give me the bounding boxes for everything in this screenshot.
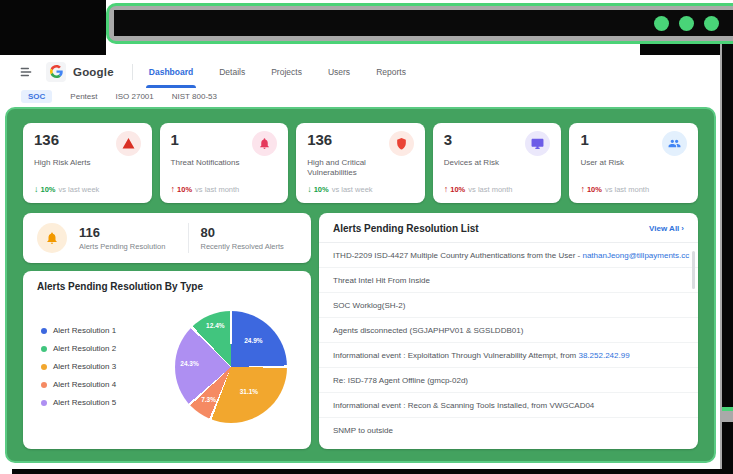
stat-trend: ↑ 10% vs last month — [580, 184, 687, 194]
alert-item-text: Informational event : Recon & Scanning T… — [333, 401, 594, 410]
legend-dot — [41, 400, 47, 406]
arrow-up-icon: ↑ — [171, 184, 176, 194]
pie-chart: 24.9%31.1%7.3%24.3%12.4% — [175, 311, 287, 423]
summary-pending-value: 116 — [79, 225, 176, 240]
alerts-summary-card: 116 Alerts Pending Resolution 80 Recentl… — [23, 213, 311, 263]
secondary-tabs: SOCPentestISO 27001NIST 800-53 — [0, 88, 720, 104]
alert-list-item[interactable]: SOC Worklog(SH-2) — [319, 293, 698, 318]
google-logo-icon — [46, 62, 66, 82]
header-divider — [132, 64, 133, 80]
stat-value: 136 — [307, 131, 332, 148]
alerts-list-title: Alerts Pending Resolution List — [333, 223, 479, 234]
alert-list: ITHD-2209 ISD-4427 Multiple Country Auth… — [319, 243, 698, 449]
arrow-up-icon: ↑ — [580, 184, 585, 194]
view-all-label: View All — [649, 224, 679, 233]
stat-value: 1 — [171, 131, 179, 148]
alert-item-text: SNMP to outside — [333, 426, 393, 435]
stat-label: User at Risk — [580, 158, 664, 168]
alert-item-text: SOC Worklog(SH-2) — [333, 301, 405, 310]
pie-chart-card: Alerts Pending Resolution By Type Alert … — [23, 271, 311, 449]
alert-list-item[interactable]: Re: ISD-778 Agent Offline (gmcp-02d) — [319, 368, 698, 393]
dashboard-content-row: 116 Alerts Pending Resolution 80 Recentl… — [23, 213, 698, 449]
subtab-pentest[interactable]: Pentest — [70, 92, 97, 101]
legend-item-alert-resolution-4: Alert Resolution 4 — [41, 380, 116, 389]
stat-trend: ↓ 10% vs last week — [307, 184, 414, 194]
stat-value: 3 — [444, 131, 452, 148]
legend-dot — [41, 346, 47, 352]
legend-label: Alert Resolution 1 — [53, 326, 116, 335]
subtab-iso-27001[interactable]: ISO 27001 — [115, 92, 153, 101]
stat-label: High and Critical Vulnerabilities — [307, 158, 391, 179]
design-canvas: Google DashboardDetailsProjectsUsersRepo… — [0, 0, 733, 474]
users-icon — [662, 131, 687, 156]
tab-reports[interactable]: Reports — [376, 55, 406, 88]
alerts-list-panel: Alerts Pending Resolution List View All … — [319, 213, 698, 449]
stat-value: 1 — [580, 131, 588, 148]
alert-item-text: Agents disconnected (SGJAPHPV01 & SGSLDD… — [333, 326, 523, 335]
chevron-right-icon: › — [681, 224, 684, 233]
alert-list-item[interactable]: SNMP to outside — [319, 418, 698, 442]
dashboard-panel: 136 High Risk Alerts ↓ 10% vs last week … — [5, 107, 716, 463]
alert-item-link[interactable]: 38.252.242.99 — [578, 351, 629, 360]
alert-triangle-icon — [116, 131, 141, 156]
tab-details[interactable]: Details — [219, 55, 245, 88]
stat-card-high-risk-alerts: 136 High Risk Alerts ↓ 10% vs last week — [23, 123, 152, 203]
stat-trend: ↓ 10% vs last week — [34, 184, 141, 194]
alert-item-link[interactable]: nathanJeong@tillpayments.cc — [582, 251, 689, 260]
stat-trend-caption: vs last week — [59, 185, 100, 194]
legend-item-alert-resolution-1: Alert Resolution 1 — [41, 326, 116, 335]
legend-item-alert-resolution-5: Alert Resolution 5 — [41, 398, 116, 407]
scrollbar-thumb[interactable] — [692, 251, 695, 289]
stat-trend-caption: vs last month — [468, 185, 512, 194]
alert-list-item[interactable]: Informational event : Recon & Scanning T… — [319, 393, 698, 418]
backdrop-right-strip — [720, 44, 733, 474]
alerts-list-header: Alerts Pending Resolution List View All … — [319, 213, 698, 243]
stat-trend-caption: vs last week — [332, 185, 373, 194]
legend-label: Alert Resolution 4 — [53, 380, 116, 389]
stat-label: Devices at Risk — [444, 158, 528, 168]
alert-list-item[interactable]: Agents disconnected (SGJAPHPV01 & SGSLDD… — [319, 318, 698, 343]
alert-list-item[interactable]: Threat Intel Hit From Inside — [319, 268, 698, 293]
app-window: Google DashboardDetailsProjectsUsersRepo… — [0, 55, 720, 467]
stat-label: High Risk Alerts — [34, 158, 118, 168]
stat-value: 136 — [34, 131, 59, 148]
window-control-dot[interactable] — [654, 16, 669, 31]
stat-label: Threat Notifications — [171, 158, 255, 168]
tab-dashboard[interactable]: Dashboard — [149, 55, 193, 88]
summary-resolved-label: Recently Resolved Alerts — [201, 242, 298, 251]
window-control-dot[interactable] — [704, 16, 719, 31]
alert-list-item[interactable]: ITHD-2209 ISD-4427 Multiple Country Auth… — [319, 243, 698, 268]
legend-dot — [41, 364, 47, 370]
stat-trend-pct: 10% — [314, 185, 329, 194]
browser-titlebar-fill — [114, 10, 733, 36]
stat-trend-pct: 10% — [587, 185, 602, 194]
legend-dot — [41, 328, 47, 334]
stat-trend: ↑ 10% vs last month — [171, 184, 278, 194]
legend-item-alert-resolution-3: Alert Resolution 3 — [41, 362, 116, 371]
window-control-dot[interactable] — [679, 16, 694, 31]
stat-trend: ↑ 10% vs last month — [444, 184, 551, 194]
arrow-down-icon: ↓ — [34, 184, 39, 194]
tab-projects[interactable]: Projects — [271, 55, 302, 88]
logo-text: Google — [73, 66, 114, 78]
subtab-nist-800-53[interactable]: NIST 800-53 — [172, 92, 217, 101]
tab-users[interactable]: Users — [328, 55, 350, 88]
app-header: Google DashboardDetailsProjectsUsersRepo… — [0, 55, 720, 88]
alert-list-item[interactable]: Informational event : Exploitation Throu… — [319, 343, 698, 368]
pie-slice-label: 24.9% — [244, 336, 262, 343]
bell-icon — [37, 223, 67, 253]
arrow-down-icon: ↓ — [307, 184, 312, 194]
stat-trend-pct: 10% — [450, 185, 465, 194]
subtab-soc[interactable]: SOC — [21, 90, 52, 103]
right-strip-gray-block — [722, 411, 733, 422]
backdrop-top-left-block — [0, 0, 106, 57]
pie-card-body: Alert Resolution 1Alert Resolution 2Aler… — [37, 292, 297, 439]
stat-card-high-and-critical-vulnerabilities: 136 High and Critical Vulnerabilities ↓ … — [296, 123, 425, 203]
stat-card-devices-at-risk: 3 Devices at Risk ↑ 10% vs last month — [433, 123, 562, 203]
menu-icon[interactable] — [18, 64, 34, 80]
pie-card-title: Alerts Pending Resolution By Type — [37, 281, 297, 292]
bell-icon — [252, 131, 277, 156]
monitor-icon — [525, 131, 550, 156]
view-all-link[interactable]: View All › — [649, 224, 684, 233]
legend-label: Alert Resolution 5 — [53, 398, 116, 407]
